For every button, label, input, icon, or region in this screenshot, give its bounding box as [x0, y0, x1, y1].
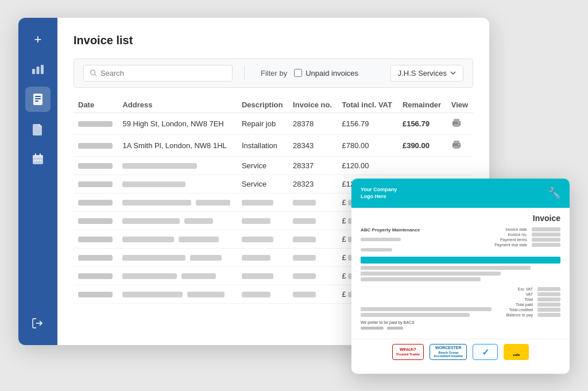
svg-rect-4 — [35, 96, 41, 97]
svg-rect-23 — [454, 146, 459, 149]
invoice-content-area — [361, 266, 560, 281]
unpaid-label: Unpaid invoices — [305, 69, 358, 78]
svg-point-15 — [90, 70, 95, 75]
svg-rect-18 — [454, 119, 459, 122]
col-address: Address — [118, 97, 237, 113]
svg-rect-22 — [454, 141, 459, 144]
sidebar-item-invoice[interactable] — [25, 87, 51, 112]
partner-logos: Which? Trusted Trader WORCESTER Bosch Gr… — [351, 339, 570, 365]
cell-address: 59 High St, London, NW8 7EH — [118, 113, 237, 134]
col-date: Date — [74, 97, 118, 113]
svg-rect-6 — [35, 100, 38, 102]
invoice-footer-text: We prefer to be paid by BACS — [361, 320, 560, 324]
cell-invoice-no: 28337 — [288, 156, 337, 175]
unpaid-checkbox[interactable] — [294, 69, 302, 77]
svg-rect-19 — [454, 124, 459, 127]
svg-rect-8 — [33, 155, 43, 158]
print-icon[interactable] — [451, 140, 462, 150]
col-invoice-no: Invoice no. — [288, 97, 337, 113]
svg-rect-13 — [40, 160, 41, 161]
company-logo: Your Company Logo Here — [361, 187, 397, 200]
cell-description: Service — [237, 156, 288, 175]
invoice-preview: Your Company Logo Here 🔧 Invoice ABC Pro… — [351, 179, 570, 374]
sidebar-item-logout[interactable] — [25, 311, 51, 336]
cell-remainder: £390.00 — [398, 134, 447, 156]
footer-bars — [361, 327, 560, 330]
company-dropdown[interactable]: J.H.S Services — [390, 65, 463, 82]
logo-line1: Your Company — [361, 187, 397, 193]
sidebar: + — [18, 18, 57, 345]
cell-view[interactable] — [447, 113, 473, 134]
cell-date — [74, 134, 118, 156]
filter-divider — [244, 66, 245, 80]
cell-address — [118, 175, 237, 193]
invoice-totals: Exc VAT VAT Total Total paid Total credi… — [506, 287, 560, 317]
print-icon[interactable] — [451, 118, 462, 128]
col-view: View — [447, 97, 473, 113]
cell-view — [447, 156, 473, 175]
search-box[interactable] — [83, 65, 233, 82]
cell-view[interactable] — [447, 134, 473, 156]
gas-safe-logo: ⚡ safe — [504, 344, 529, 360]
cell-invoice-no: 28343 — [288, 134, 337, 156]
which-logo: Which? Trusted Trader — [392, 344, 424, 360]
sidebar-item-chart[interactable] — [25, 57, 51, 82]
col-remainder: Remainder — [398, 97, 447, 113]
cell-address — [118, 156, 237, 175]
svg-rect-5 — [35, 98, 41, 99]
line-items-placeholder — [361, 307, 506, 317]
svg-rect-9 — [35, 153, 36, 156]
toolbar: Filter by Unpaid invoices J.H.S Services — [74, 59, 473, 88]
invoice-meta-right: Invoice date Invoice no. Payment terms P… — [431, 227, 560, 253]
svg-point-24 — [458, 144, 459, 145]
cell-address: 1A Smith Pl, London, NW8 1HL — [118, 134, 237, 156]
cell-date — [74, 156, 118, 175]
cell-remainder: £156.79 — [398, 113, 447, 134]
invoice-meta-grid: ABC Property Maintenance Invoice date In… — [361, 227, 560, 253]
sidebar-item-calendar[interactable] — [25, 146, 51, 172]
cell-date — [74, 175, 118, 193]
table-row: 1A Smith Pl, London, NW8 1HL Installatio… — [74, 134, 473, 156]
svg-line-16 — [95, 74, 96, 76]
table-row: 59 High St, London, NW8 7EH Repair job 2… — [74, 113, 473, 134]
company-name: J.H.S Services — [398, 69, 447, 78]
chevron-down-icon — [450, 71, 456, 75]
invoice-preview-body: Invoice ABC Property Maintenance Invoice… — [351, 208, 570, 335]
page-title: Invoice list — [74, 34, 473, 47]
cell-remainder — [398, 156, 447, 175]
cell-description: Repair job — [237, 113, 288, 134]
col-total: Total incl. VAT — [338, 97, 398, 113]
invoice-title: Invoice — [533, 214, 560, 223]
svg-rect-11 — [34, 160, 36, 161]
unpaid-filter[interactable]: Unpaid invoices — [294, 69, 358, 78]
worcester-logo: WORCESTER Bosch Group Accredited Install… — [430, 344, 467, 360]
invoice-preview-header: Your Company Logo Here 🔧 — [351, 179, 570, 208]
sidebar-item-document[interactable] — [25, 117, 51, 142]
cell-total: £780.00 — [338, 134, 398, 156]
cell-total: £120.00 — [338, 156, 398, 175]
cell-total: £156.79 — [338, 113, 398, 134]
cell-description: Installation — [237, 134, 288, 156]
sidebar-item-add[interactable]: + — [25, 27, 51, 52]
cell-invoice-no: 28323 — [288, 175, 337, 193]
invoice-separator-bar — [361, 257, 560, 264]
cell-invoice-no: 28378 — [288, 113, 337, 134]
svg-rect-2 — [41, 65, 44, 74]
search-input[interactable] — [100, 69, 226, 78]
filter-label: Filter by — [261, 69, 287, 78]
svg-rect-10 — [40, 153, 41, 156]
invoice-title-row: Invoice — [361, 214, 560, 223]
wrench-icon: 🔧 — [548, 187, 560, 199]
client-info: ABC Property Maintenance — [361, 227, 420, 253]
logo-line2: Logo Here — [361, 193, 397, 200]
cell-description: Service — [237, 175, 288, 193]
col-description: Description — [237, 97, 288, 113]
search-icon — [90, 69, 97, 77]
svg-point-20 — [458, 122, 459, 123]
table-row: Service 28337 £120.00 — [74, 156, 473, 175]
client-name: ABC Property Maintenance — [361, 227, 420, 233]
cell-date — [74, 113, 118, 134]
svg-rect-1 — [37, 67, 40, 74]
svg-rect-0 — [32, 69, 35, 74]
verified-logo: ✓ — [473, 344, 498, 360]
